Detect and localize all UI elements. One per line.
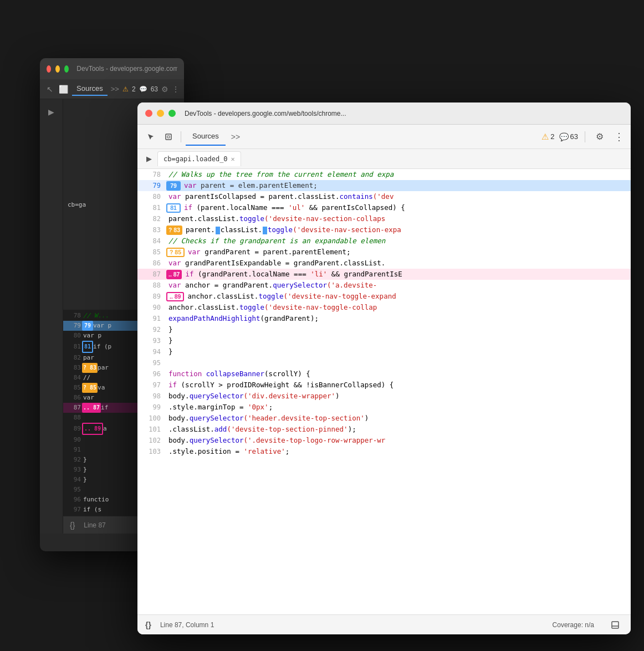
line-num-102: 102 (137, 435, 166, 446)
badge-87: .. 87 (166, 270, 182, 279)
code-line-99: 99 .style.marginTop = '0px'; (137, 402, 631, 413)
svg-rect-0 (166, 134, 171, 140)
coverage-status: Coverage: n/a (553, 621, 594, 629)
back-close-button[interactable] (47, 65, 51, 73)
line-num-82: 82 (137, 213, 166, 224)
code-line-90: 90 anchor.classList.toggle('devsite-nav-… (137, 302, 631, 313)
file-tab-gapi[interactable]: cb=gapi.loaded_0 ✕ (157, 151, 241, 166)
warnings-badge[interactable]: ⚠ 2 (541, 132, 554, 142)
code-line-103: 103 .style.position = 'relative'; (137, 446, 631, 457)
code-line-86: 86 var grandParentIsExpandable = grandPa… (137, 258, 631, 269)
code-line-82: 82 parent.classList.toggle('devsite-nav-… (137, 213, 631, 224)
code-line-88: 88 var anchor = grandParent.querySelecto… (137, 280, 631, 291)
line-num-90: 90 (137, 302, 166, 313)
line-num-78: 78 (137, 169, 166, 180)
line-num-99: 99 (137, 402, 166, 413)
more-tabs-btn[interactable]: >> (228, 130, 243, 143)
coverage-text: Coverage: n/a (553, 621, 594, 629)
code-line-101: 101 .classList.add('devsite-top-section-… (137, 424, 631, 435)
toolbar-divider-2 (585, 131, 585, 142)
toolbar-right: ⚠ 2 💬 63 ⚙ ⋮ (541, 129, 625, 145)
inspect-tool-btn[interactable] (161, 129, 176, 145)
drawer-toggle-btn[interactable] (607, 617, 623, 633)
cursor-position: Line 87, Column 1 (160, 621, 214, 629)
badge-79: 79 (166, 181, 181, 191)
sources-tab[interactable]: Sources (186, 127, 226, 146)
badge-85: ? 85 (166, 248, 185, 257)
line-num-101: 101 (137, 424, 166, 435)
line-num-100: 100 (137, 413, 166, 424)
front-devtools-window: DevTools - developers.google.com/web/too… (137, 102, 631, 634)
code-line-84: 84 // Checks if the grandparent is an ex… (137, 235, 631, 247)
line-num-85: 85 (137, 247, 166, 258)
back-message-count: 63 (151, 85, 158, 93)
back-play-icon[interactable]: ▶ (43, 104, 60, 120)
line-num-86: 86 (137, 258, 166, 269)
back-pointer-icon[interactable]: ↖ (44, 83, 55, 95)
back-maximize-button[interactable] (64, 65, 69, 73)
line-num-87: 87 (137, 269, 166, 280)
line-column-text: Line 87, Column 1 (160, 621, 214, 629)
code-line-93: 93 } (137, 335, 631, 346)
code-line-97: 97 if (scrollY > prodIDRowHeight && !isB… (137, 380, 631, 391)
line-num-89: 89 (137, 291, 166, 302)
front-close-button[interactable] (145, 110, 152, 117)
code-editor: 78 // Walks up the tree from the current… (137, 169, 631, 614)
back-format-icon[interactable]: {} (70, 521, 75, 530)
status-bar: {} Line 87, Column 1 Coverage: n/a (137, 614, 631, 634)
file-tab-close-btn[interactable]: ✕ (231, 155, 235, 163)
back-warnings: ⚠ 2 💬 63 (122, 85, 158, 93)
settings-btn[interactable]: ⚙ (592, 129, 607, 145)
line-num-92: 92 (137, 324, 166, 335)
code-line-95: 95 (137, 357, 631, 368)
back-warning-count: 2 (132, 85, 136, 93)
line-num-79: 79 (137, 180, 166, 191)
badge-81: 81 (166, 203, 181, 213)
code-line-100: 100 body.querySelector('header.devsite-t… (137, 413, 631, 424)
back-titlebar: DevTools - developers.google.com/web/too… (40, 58, 184, 79)
line-num-94: 94 (137, 346, 166, 357)
warning-icon: ⚠ (541, 132, 549, 142)
line-num-103: 103 (137, 446, 166, 457)
code-line-80: 80 var parentIsCollapsed = parent.classL… (137, 191, 631, 202)
format-pretty-btn[interactable]: {} (145, 621, 151, 629)
back-minimize-button[interactable] (55, 65, 60, 73)
code-line-98: 98 body.querySelector('div.devsite-wrapp… (137, 391, 631, 402)
messages-badge[interactable]: 💬 63 (559, 132, 578, 141)
front-toolbar: Sources >> ⚠ 2 💬 63 ⚙ ⋮ (137, 125, 631, 149)
format-icon: {} (145, 621, 151, 629)
front-titlebar: DevTools - developers.google.com/web/too… (137, 102, 631, 125)
line-num-81: 81 (137, 202, 166, 213)
more-options-btn[interactable]: ⋮ (612, 129, 625, 145)
code-line-81: 81 81 if (parent.localName === 'ul' && p… (137, 202, 631, 213)
line-num-93: 93 (137, 335, 166, 346)
warnings-count: 2 (550, 132, 554, 141)
line-num-84: 84 (137, 235, 166, 247)
code-line-78: 78 // Walks up the tree from the current… (137, 169, 631, 180)
file-tab-name: cb=gapi.loaded_0 (163, 155, 228, 163)
front-window-title: DevTools - developers.google.com/web/too… (185, 110, 623, 117)
line-num-91: 91 (137, 313, 166, 324)
pointer-tool-btn[interactable] (143, 129, 159, 145)
back-sidebar: ▶ (40, 99, 63, 534)
message-icon: 💬 (559, 132, 569, 141)
back-gear-btn[interactable]: ⚙ (161, 85, 168, 94)
back-warning-icon: ⚠ (122, 85, 129, 93)
back-status-text: Line 87 (84, 521, 105, 529)
line-num-88: 88 (137, 280, 166, 291)
line-num-98: 98 (137, 391, 166, 402)
back-sources-tab[interactable]: Sources (72, 82, 108, 96)
file-tab-bar: ▶ cb=gapi.loaded_0 ✕ (137, 149, 631, 169)
badge-89: .. 89 (166, 292, 184, 301)
code-token: var (184, 181, 201, 189)
run-icon-btn[interactable]: ▶ (142, 152, 156, 166)
line-num-80: 80 (137, 191, 166, 202)
code-line-96: 96 function collapseBanner(scrollY) { (137, 368, 631, 380)
front-minimize-button[interactable] (157, 110, 164, 117)
front-maximize-button[interactable] (168, 110, 176, 117)
code-line-102: 102 body.querySelector('.devsite-top-log… (137, 435, 631, 446)
back-message-icon: 💬 (139, 85, 147, 93)
back-more-tabs-btn[interactable]: >> (111, 85, 119, 93)
back-menu-btn[interactable]: ⋮ (172, 85, 180, 94)
back-inspect-icon[interactable]: ⬜ (58, 83, 69, 95)
